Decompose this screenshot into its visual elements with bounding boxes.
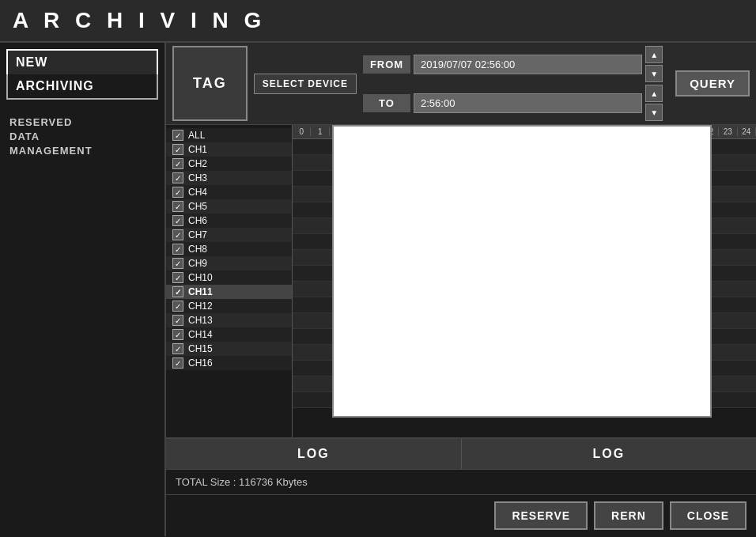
popup-overlay	[332, 125, 712, 418]
checkbox-ch7[interactable]: ✓	[172, 229, 183, 240]
hour-cell-0: 0	[293, 127, 311, 136]
channel-label: CH13	[188, 315, 213, 326]
new-archiving-button[interactable]: NEW	[6, 49, 158, 74]
from-group: FROM 2019/07/07 02:56:00 ▲ ▼ TO 2:56:00 …	[363, 46, 663, 121]
rern-button[interactable]: RERN	[594, 501, 663, 530]
channel-item-ch16[interactable]: ✓CH16	[166, 356, 292, 370]
to-row: TO 2:56:00 ▲ ▼	[363, 85, 663, 121]
main-layout: NEW ARCHIVING RESERVEDDATAMANAGEMENT TAG…	[0, 43, 756, 536]
channel-label: CH10	[188, 272, 213, 283]
checkbox-ch16[interactable]: ✓	[172, 357, 183, 369]
channel-item-ch12[interactable]: ✓CH12	[166, 299, 292, 313]
hour-cell-1: 1	[311, 127, 329, 136]
channel-item-ch4[interactable]: ✓CH4	[166, 185, 292, 199]
channel-label: CH3	[188, 172, 207, 183]
channel-item-ch2[interactable]: ✓CH2	[166, 157, 292, 171]
channel-area: ✓ALL✓CH1✓CH2✓CH3✓CH4✓CH5✓CH6✓CH7✓CH8✓CH9…	[166, 125, 756, 437]
content-area: TAG SELECT DEVICE FROM 2019/07/07 02:56:…	[166, 43, 756, 536]
channel-item-ch14[interactable]: ✓CH14	[166, 327, 292, 342]
log-buttons: LOG LOG	[166, 439, 756, 470]
channel-label: CH7	[188, 229, 207, 240]
checkbox-ch11[interactable]: ✓	[172, 286, 183, 297]
channel-item-ch7[interactable]: ✓CH7	[166, 228, 292, 242]
checkbox-ch8[interactable]: ✓	[172, 244, 183, 255]
channel-item-ch15[interactable]: ✓CH15	[166, 342, 292, 356]
channel-label: ALL	[188, 130, 205, 141]
page-title: A R C H I V I N G	[13, 8, 743, 33]
channel-item-ch11[interactable]: ✓CH11	[166, 285, 292, 299]
channel-item-ch13[interactable]: ✓CH13	[166, 313, 292, 327]
channel-item-ch9[interactable]: ✓CH9	[166, 256, 292, 270]
select-device-button[interactable]: SELECT DEVICE	[254, 74, 357, 94]
channel-label: CH14	[188, 329, 213, 340]
to-datetime[interactable]: 2:56:00	[414, 93, 642, 113]
archiving-button[interactable]: ARCHIVING	[6, 74, 158, 100]
sidebar: NEW ARCHIVING RESERVEDDATAMANAGEMENT	[0, 43, 166, 536]
action-buttons: RESERVE RERN CLOSE	[166, 494, 756, 536]
channel-item-ch5[interactable]: ✓CH5	[166, 199, 292, 214]
to-label: TO	[363, 94, 410, 112]
checkbox-ch13[interactable]: ✓	[172, 315, 183, 326]
new-label: NEW	[16, 55, 47, 69]
channel-label: CH4	[188, 187, 207, 198]
log-button-2[interactable]: LOG	[462, 439, 757, 469]
channel-label: CH2	[188, 158, 207, 169]
channel-label: CH15	[188, 343, 213, 354]
archiving-label: ARCHIVING	[16, 79, 94, 93]
channel-item-all[interactable]: ✓ALL	[166, 128, 292, 142]
channel-label: CH1	[188, 144, 207, 155]
checkbox-ch5[interactable]: ✓	[172, 201, 183, 212]
channel-label: CH5	[188, 201, 207, 212]
channel-label: CH12	[188, 301, 213, 312]
from-up-button[interactable]: ▲	[645, 46, 663, 63]
channel-item-ch8[interactable]: ✓CH8	[166, 242, 292, 256]
checkbox-ch4[interactable]: ✓	[172, 187, 183, 198]
from-down-button[interactable]: ▼	[645, 65, 663, 82]
to-up-button[interactable]: ▲	[645, 85, 663, 102]
channel-item-ch10[interactable]: ✓CH10	[166, 270, 292, 285]
timeline-area: 0123456789101112131415161718192021222324	[293, 125, 756, 437]
total-size: TOTAL Size : 116736 Kbytes	[166, 470, 756, 494]
channel-label: CH11	[188, 286, 213, 297]
hour-cell-24: 24	[738, 127, 756, 136]
checkbox-ch3[interactable]: ✓	[172, 172, 183, 183]
channel-label: CH9	[188, 258, 207, 269]
checkbox-ch14[interactable]: ✓	[172, 329, 183, 340]
checkbox-ch12[interactable]: ✓	[172, 301, 183, 312]
checkbox-all[interactable]: ✓	[172, 130, 183, 141]
channel-list: ✓ALL✓CH1✓CH2✓CH3✓CH4✓CH5✓CH6✓CH7✓CH8✓CH9…	[166, 125, 293, 437]
from-row: FROM 2019/07/07 02:56:00 ▲ ▼	[363, 46, 663, 82]
channel-label: CH8	[188, 244, 207, 255]
from-datetime[interactable]: 2019/07/07 02:56:00	[414, 55, 642, 74]
title-bar: A R C H I V I N G	[0, 0, 756, 43]
channel-label: CH16	[188, 357, 213, 369]
from-spinners: ▲ ▼	[645, 46, 663, 82]
tag-label: TAG	[172, 46, 248, 121]
to-down-button[interactable]: ▼	[645, 104, 663, 121]
log-button-1[interactable]: LOG	[166, 439, 462, 469]
checkbox-ch9[interactable]: ✓	[172, 258, 183, 269]
checkbox-ch6[interactable]: ✓	[172, 215, 183, 226]
close-button[interactable]: CLOSE	[670, 501, 747, 530]
bottom-section: LOG LOG TOTAL Size : 116736 Kbytes RESER…	[166, 437, 756, 536]
checkbox-ch1[interactable]: ✓	[172, 144, 183, 155]
reserved-data-management: RESERVEDDATAMANAGEMENT	[6, 112, 158, 162]
checkbox-ch2[interactable]: ✓	[172, 158, 183, 169]
channel-item-ch6[interactable]: ✓CH6	[166, 214, 292, 228]
from-label: FROM	[363, 55, 410, 74]
query-button[interactable]: QUERY	[675, 70, 750, 96]
to-spinners: ▲ ▼	[645, 85, 663, 121]
top-controls: TAG SELECT DEVICE FROM 2019/07/07 02:56:…	[166, 43, 756, 125]
hour-cell-23: 23	[719, 127, 737, 136]
checkbox-ch15[interactable]: ✓	[172, 343, 183, 354]
channel-label: CH6	[188, 215, 207, 226]
checkbox-ch10[interactable]: ✓	[172, 272, 183, 283]
reserve-button[interactable]: RESERVE	[494, 501, 588, 530]
channel-item-ch1[interactable]: ✓CH1	[166, 142, 292, 157]
channel-item-ch3[interactable]: ✓CH3	[166, 171, 292, 185]
